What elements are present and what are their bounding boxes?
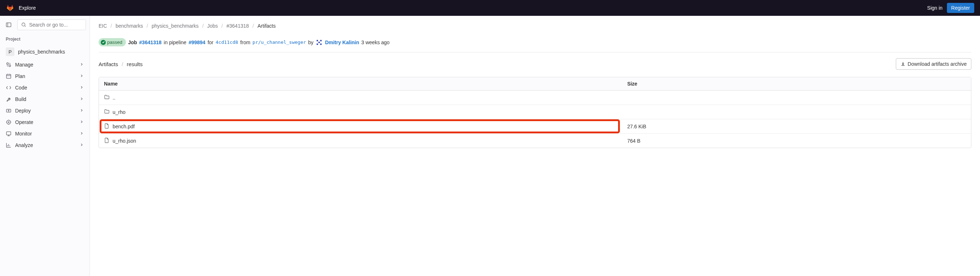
artifact-header-row: Artifacts / results Download artifacts a…: [99, 58, 971, 70]
sidebar-item-label: Analyze: [15, 142, 33, 148]
job-id-link[interactable]: #3641318: [139, 40, 162, 45]
plan-icon: [6, 73, 11, 79]
svg-point-4: [7, 63, 9, 65]
sidebar-item-monitor[interactable]: Monitor: [0, 128, 89, 140]
sidebar-item-plan[interactable]: Plan: [0, 70, 89, 82]
svg-rect-13: [6, 132, 11, 135]
chevron-right-icon: [80, 62, 84, 68]
breadcrumb-job-id[interactable]: #3641318: [226, 23, 248, 29]
highlight-box: [100, 119, 620, 133]
artifacts-table: Name Size ..: [99, 77, 971, 148]
folder-icon: [104, 94, 110, 101]
status-badge[interactable]: passed: [99, 38, 126, 46]
download-button-label: Download artifacts archive: [908, 61, 967, 67]
table-row[interactable]: u_rho: [99, 105, 971, 119]
table-row[interactable]: bench.pdf 27.6 KiB: [99, 119, 971, 134]
in-pipeline-label: in pipeline: [164, 40, 186, 45]
branch-link[interactable]: pr/u_channel_sweger: [253, 40, 306, 45]
breadcrumbs: EIC / benchmarks / physics_benchmarks / …: [99, 22, 971, 35]
table-header-size: Size: [622, 77, 971, 90]
sidebar-item-build[interactable]: Build: [0, 94, 89, 105]
time-ago: 3 weeks ago: [361, 40, 390, 45]
signin-link[interactable]: Sign in: [927, 5, 943, 11]
chevron-right-icon: [80, 119, 84, 125]
file-name[interactable]: u_rho: [113, 109, 126, 115]
svg-rect-24: [318, 42, 320, 43]
commit-link[interactable]: 4cd11cd8: [215, 40, 238, 45]
download-icon: [900, 62, 905, 67]
svg-rect-22: [317, 40, 318, 41]
search-placeholder: Search or go to...: [29, 22, 68, 28]
file-name[interactable]: u_rho.json: [113, 138, 136, 144]
artifact-path-results[interactable]: results: [127, 61, 142, 67]
breadcrumb-eic[interactable]: EIC: [99, 23, 107, 29]
file-size: [622, 105, 971, 119]
sidebar: Search or go to... Project P physics_ben…: [0, 16, 90, 276]
project-item[interactable]: P physics_benchmarks: [0, 44, 89, 59]
by-label: by: [308, 40, 314, 45]
svg-rect-26: [320, 43, 321, 45]
svg-point-12: [8, 122, 10, 123]
breadcrumb-separator: /: [122, 61, 123, 67]
top-navbar: Explore Sign in Register: [0, 0, 980, 16]
search-icon: [21, 22, 26, 27]
breadcrumb-physics-benchmarks[interactable]: physics_benchmarks: [151, 23, 199, 29]
breadcrumb-separator: /: [253, 23, 254, 29]
from-label: from: [240, 40, 250, 45]
sidebar-item-deploy[interactable]: Deploy: [0, 105, 89, 116]
breadcrumb-benchmarks[interactable]: benchmarks: [116, 23, 143, 29]
deploy-icon: [6, 108, 11, 114]
monitor-icon: [6, 131, 11, 136]
artifact-path-root[interactable]: Artifacts: [99, 61, 118, 67]
for-label: for: [208, 40, 213, 45]
chevron-right-icon: [80, 85, 84, 90]
file-size: 764 B: [622, 134, 971, 148]
top-nav-left: Explore: [6, 3, 36, 12]
sidebar-item-manage[interactable]: Manage: [0, 59, 89, 70]
project-name: physics_benchmarks: [18, 49, 65, 55]
sidebar-item-label: Monitor: [15, 131, 32, 136]
explore-link[interactable]: Explore: [19, 5, 36, 11]
top-nav-right: Sign in Register: [927, 3, 974, 13]
file-name[interactable]: ..: [113, 95, 116, 101]
file-name[interactable]: bench.pdf: [113, 124, 135, 129]
analyze-icon: [6, 142, 11, 148]
sidebar-item-operate[interactable]: Operate: [0, 116, 89, 128]
sidebar-item-label: Plan: [15, 73, 25, 79]
file-icon: [104, 137, 110, 144]
job-label: Job: [128, 40, 137, 45]
search-button[interactable]: Search or go to...: [17, 19, 86, 30]
job-info-row: passed Job #3641318 in pipeline #99894 f…: [99, 35, 971, 52]
sidebar-item-label: Build: [15, 96, 26, 102]
user-name-link[interactable]: Dmitry Kalinin: [325, 40, 359, 45]
breadcrumb-jobs[interactable]: Jobs: [207, 23, 218, 29]
gitlab-logo-icon[interactable]: [6, 3, 14, 12]
table-header-name: Name: [99, 77, 622, 90]
sidebar-item-code[interactable]: Code: [0, 82, 89, 94]
table-row[interactable]: u_rho.json 764 B: [99, 134, 971, 148]
user-avatar[interactable]: [315, 39, 323, 46]
svg-point-11: [7, 121, 11, 124]
sidebar-item-analyze[interactable]: Analyze: [0, 140, 89, 151]
chevron-right-icon: [80, 73, 84, 79]
code-icon: [6, 85, 11, 90]
folder-icon: [104, 108, 110, 115]
build-icon: [6, 96, 11, 102]
pipeline-id-link[interactable]: #99894: [189, 40, 205, 45]
sidebar-toggle-button[interactable]: [3, 20, 14, 30]
register-button[interactable]: Register: [947, 3, 974, 13]
breadcrumb-artifacts: Artifacts: [258, 23, 276, 29]
sidebar-item-label: Operate: [15, 119, 33, 125]
svg-rect-6: [6, 75, 11, 78]
project-avatar: P: [6, 48, 14, 56]
sidebar-item-label: Code: [15, 85, 27, 90]
sidebar-item-label: Deploy: [15, 108, 31, 114]
operate-icon: [6, 119, 11, 125]
file-size: [622, 90, 971, 105]
svg-point-2: [22, 23, 25, 26]
download-artifacts-button[interactable]: Download artifacts archive: [896, 58, 971, 70]
table-row[interactable]: ..: [99, 90, 971, 105]
content-area: EIC / benchmarks / physics_benchmarks / …: [90, 16, 980, 276]
breadcrumb-separator: /: [222, 23, 223, 29]
svg-rect-25: [317, 43, 318, 45]
